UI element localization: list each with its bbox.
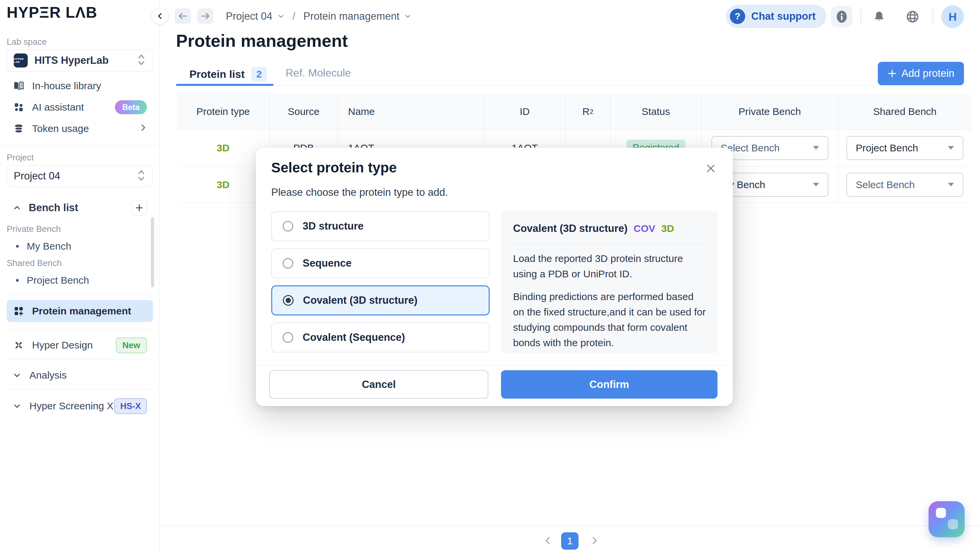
tab-label: Protein list bbox=[189, 68, 245, 81]
column-header-shared-bench: Shared Bench bbox=[838, 94, 971, 129]
chevron-down-icon[interactable] bbox=[404, 13, 412, 20]
sidebar-item-ai-assistant[interactable]: AI assistant Beta bbox=[7, 97, 153, 117]
divider bbox=[822, 9, 823, 24]
detail-heading: Covalent (3D structure) COV 3D bbox=[513, 223, 706, 234]
sidebar-item-analysis[interactable]: Analysis bbox=[7, 366, 153, 385]
divider bbox=[6, 294, 153, 295]
add-protein-button[interactable]: Add protein bbox=[878, 62, 964, 85]
sidebar-item-label: Protein management bbox=[32, 306, 131, 317]
private-bench-label: Private Bench bbox=[7, 224, 61, 234]
select-protein-type-modal: Select protein type Please choose the pr… bbox=[256, 148, 733, 406]
pagination-current-page[interactable]: 1 bbox=[561, 532, 579, 550]
chevron-right-icon bbox=[140, 123, 147, 135]
user-avatar[interactable]: H bbox=[941, 5, 964, 28]
workspace-selector[interactable]: HYPER LAB HITS HyperLab bbox=[7, 49, 153, 72]
chevron-down-icon[interactable] bbox=[277, 13, 285, 20]
tab-protein-list[interactable]: Protein list 2 bbox=[189, 67, 267, 81]
bullet-icon bbox=[16, 279, 19, 282]
detail-paragraph: Binding predictions are performed based … bbox=[513, 289, 706, 350]
divider bbox=[256, 365, 733, 366]
tab-ref-molecule[interactable]: Ref. Molecule bbox=[286, 67, 351, 79]
sidebar-item-token-usage[interactable]: Token usage bbox=[7, 119, 153, 138]
bench-item-project-bench[interactable]: Project Bench bbox=[7, 272, 147, 289]
add-protein-label: Add protein bbox=[902, 67, 955, 80]
divider bbox=[6, 359, 153, 359]
divider bbox=[0, 145, 160, 145]
sidebar-item-label: AI assistant bbox=[32, 102, 84, 113]
column-header-source: Source bbox=[270, 94, 338, 129]
globe-icon bbox=[905, 10, 920, 24]
column-header-r2: R2 bbox=[565, 94, 611, 129]
shared-bench-select[interactable]: Select Bench bbox=[846, 173, 963, 197]
breadcrumb-separator: / bbox=[289, 10, 299, 22]
question-bubble-icon: ? bbox=[730, 9, 745, 24]
bench-item-label: My Bench bbox=[27, 240, 71, 252]
plus-icon bbox=[888, 69, 897, 78]
modal-title: Select protein type bbox=[271, 160, 397, 176]
chevron-up-icon[interactable] bbox=[13, 204, 21, 212]
new-badge: New bbox=[116, 337, 147, 353]
tab-label: Ref. Molecule bbox=[286, 67, 351, 79]
sidebar-item-hyper-screening-x[interactable]: Hyper Screening X HS-X bbox=[7, 396, 153, 416]
chevron-left-icon bbox=[156, 12, 164, 20]
close-icon bbox=[705, 162, 717, 174]
sidebar-item-hyper-design[interactable]: Hyper Design New bbox=[7, 336, 153, 355]
option-covalent-3d-structure[interactable]: Covalent (3D structure) bbox=[271, 285, 490, 315]
protein-management-icon bbox=[13, 305, 25, 317]
divider bbox=[6, 330, 153, 330]
chevron-left-icon bbox=[543, 536, 552, 545]
updown-chevron-icon bbox=[137, 169, 146, 183]
sidebar-scrollbar[interactable] bbox=[151, 217, 154, 287]
beta-badge: Beta bbox=[115, 100, 147, 114]
cancel-button[interactable]: Cancel bbox=[269, 370, 488, 399]
arrow-right-icon bbox=[200, 12, 210, 21]
page-title: Protein management bbox=[176, 31, 348, 51]
language-button[interactable] bbox=[902, 6, 923, 27]
tab-count-badge: 2 bbox=[251, 67, 267, 81]
arrow-left-icon bbox=[178, 12, 188, 21]
back-button[interactable] bbox=[175, 8, 191, 24]
column-header-protein-type: Protein type bbox=[177, 94, 270, 129]
workspace-logo: HYPER LAB bbox=[14, 54, 28, 67]
3d-tag: 3D bbox=[661, 223, 674, 234]
sidebar-item-inhouse-library[interactable]: In-house library bbox=[7, 76, 153, 96]
chevron-down-icon bbox=[13, 402, 21, 410]
forward-button[interactable] bbox=[197, 8, 213, 24]
book-open-icon bbox=[13, 80, 25, 92]
sidebar-item-label: Analysis bbox=[29, 369, 67, 381]
ai-assistant-icon bbox=[13, 101, 25, 113]
shared-bench-label: Shared Bench bbox=[7, 258, 62, 268]
option-3d-structure[interactable]: 3D structure bbox=[271, 211, 490, 241]
sidebar-item-label: Hyper Design bbox=[32, 339, 93, 351]
pagination-prev-button[interactable] bbox=[542, 535, 554, 547]
detail-paragraph: Load the reported 3D protein structure u… bbox=[513, 251, 706, 282]
breadcrumb-page[interactable]: Protein management bbox=[303, 10, 399, 22]
chat-support-button[interactable]: ? Chat support bbox=[726, 5, 826, 28]
hyperlab-floating-button[interactable] bbox=[929, 501, 965, 537]
sidebar-collapse-button[interactable] bbox=[152, 8, 169, 24]
footer-divider bbox=[160, 525, 980, 526]
option-sequence[interactable]: Sequence bbox=[271, 248, 490, 279]
bench-list-header[interactable]: Bench list bbox=[7, 199, 153, 217]
cell-shared-bench: Select Bench bbox=[838, 166, 971, 203]
chevron-down-icon bbox=[13, 371, 21, 380]
detail-title: Covalent (3D structure) bbox=[513, 223, 628, 234]
sidebar-item-protein-management[interactable]: Protein management bbox=[7, 300, 153, 322]
close-button[interactable] bbox=[703, 161, 718, 176]
lab-space-label: Lab space bbox=[7, 37, 47, 47]
notifications-button[interactable] bbox=[869, 6, 890, 27]
bell-icon bbox=[872, 10, 886, 23]
divider bbox=[6, 389, 153, 389]
add-bench-button[interactable] bbox=[132, 200, 147, 215]
option-covalent-sequence[interactable]: Covalent (Sequence) bbox=[271, 322, 490, 352]
shared-bench-select[interactable]: Project Bench bbox=[846, 136, 963, 160]
bench-item-my-bench[interactable]: My Bench bbox=[7, 238, 147, 255]
breadcrumb-project[interactable]: Project 04 bbox=[226, 10, 272, 22]
tab-divider-line bbox=[176, 86, 971, 86]
radio-icon bbox=[283, 221, 293, 232]
project-selector[interactable]: Project 04 bbox=[7, 165, 153, 187]
cell-shared-bench: Project Bench bbox=[838, 130, 971, 166]
info-button[interactable] bbox=[831, 6, 853, 27]
pagination-next-button[interactable] bbox=[589, 535, 601, 547]
confirm-button[interactable]: Confirm bbox=[501, 370, 718, 399]
